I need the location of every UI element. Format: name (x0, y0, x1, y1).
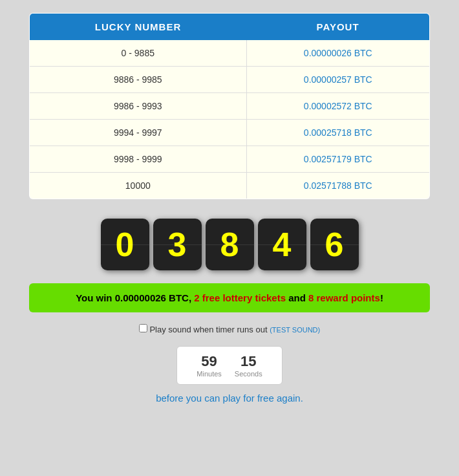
table-row: 9994 - 99970.00025718 BTC (30, 120, 430, 146)
table-row-payout: 0.00257179 BTC (246, 146, 429, 173)
timer-minutes: 59 Minutes (197, 353, 222, 378)
number-digit: 6 (310, 219, 359, 270)
number-digit: 3 (153, 219, 202, 270)
table-row-range: 9994 - 9997 (30, 120, 247, 146)
seconds-value: 15 (240, 353, 256, 370)
sound-row: Play sound when timer runs out (TEST SOU… (29, 324, 430, 334)
table-row: 100000.02571788 BTC (30, 173, 430, 199)
minutes-label: Minutes (197, 370, 222, 378)
test-sound-link[interactable]: (TEST SOUND) (270, 326, 320, 334)
table-row-range: 9998 - 9999 (30, 146, 247, 173)
win-banner: You win 0.00000026 BTC, 2 free lottery t… (29, 283, 430, 312)
number-digit: 0 (101, 219, 149, 270)
table-row: 0 - 98850.00000026 BTC (30, 40, 430, 67)
table-row: 9998 - 99990.00257179 BTC (30, 146, 430, 173)
number-digit: 8 (206, 219, 254, 270)
table-row: 9886 - 99850.00000257 BTC (30, 67, 430, 93)
win-points: 8 reward points (306, 292, 380, 303)
table-row: 9986 - 99930.00002572 BTC (30, 93, 430, 120)
win-suffix: ! (380, 292, 383, 303)
seconds-label: Seconds (235, 370, 262, 378)
table-row-payout: 0.00002572 BTC (246, 93, 429, 120)
col-payout-header: PAYOUT (246, 14, 429, 41)
table-row-payout: 0.02571788 BTC (246, 173, 429, 199)
win-tickets: 2 free lottery tickets (191, 292, 286, 303)
number-digit: 4 (258, 219, 306, 270)
sound-checkbox[interactable] (139, 324, 147, 332)
table-row-range: 10000 (30, 173, 247, 199)
win-prefix: You win 0.00000026 BTC, (76, 292, 191, 303)
minutes-value: 59 (201, 353, 217, 370)
table-row-range: 9986 - 9993 (30, 93, 247, 120)
sound-label[interactable]: Play sound when timer runs out (139, 325, 270, 334)
table-row-payout: 0.00025718 BTC (246, 120, 429, 146)
table-row-range: 0 - 9885 (30, 40, 247, 67)
win-middle: and (286, 292, 306, 303)
payout-table: LUCKY NUMBER PAYOUT 0 - 98850.00000026 B… (29, 13, 430, 199)
timer-box: 59 Minutes 15 Seconds (29, 346, 430, 385)
before-text: before you can play for free again. (29, 393, 430, 404)
col-lucky-number-header: LUCKY NUMBER (30, 14, 247, 41)
table-row-range: 9886 - 9985 (30, 67, 247, 93)
timer-inner: 59 Minutes 15 Seconds (176, 346, 282, 385)
number-display: 03846 (29, 219, 430, 270)
table-row-payout: 0.00000257 BTC (246, 67, 429, 93)
table-row-payout: 0.00000026 BTC (246, 40, 429, 67)
timer-seconds: 15 Seconds (235, 353, 262, 378)
